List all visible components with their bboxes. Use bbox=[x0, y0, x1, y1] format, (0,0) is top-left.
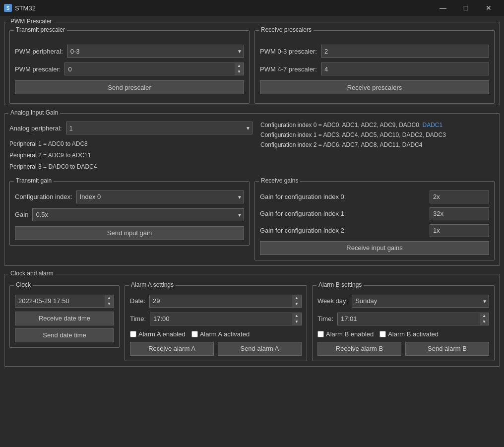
alarm-b-time-btns: ▲ ▼ bbox=[480, 313, 489, 325]
gain1-label: Gain for configuration index 1: bbox=[260, 210, 430, 217]
receive-alarm-b-button[interactable]: Receive alarm B bbox=[317, 342, 401, 356]
analog-peripheral-select[interactable]: 1 2 3 bbox=[66, 122, 252, 134]
pwm47-label: PWM 4-7 prescaler: bbox=[260, 65, 317, 73]
config-info-1: Configuration index 1 = ADC3, ADC4, ADC5… bbox=[260, 131, 495, 138]
clock-alarm-inner: Clock ▲ ▼ Receive date time Send date ti… bbox=[9, 278, 495, 361]
maximize-button[interactable]: □ bbox=[454, 0, 477, 16]
alarm-a-activated-label[interactable]: Alarm A activated bbox=[191, 330, 250, 338]
gain0-value[interactable] bbox=[430, 191, 489, 203]
pwm-peripheral-select[interactable]: 0-3 4-7 bbox=[67, 45, 244, 58]
pwm03-label: PWM 0-3 prescaler: bbox=[260, 48, 317, 55]
clock-group: Clock ▲ ▼ Receive date time Send date ti… bbox=[9, 285, 120, 348]
alarm-a-time-label: Time: bbox=[130, 315, 146, 322]
transmit-prescaler-section: Transmit prescaler PWM peripheral: 0-3 4… bbox=[9, 26, 250, 100]
alarm-a-date-spinner: ▲ ▼ bbox=[149, 295, 302, 308]
alarm-a-btn-row: Receive alarm A Send alarm A bbox=[130, 342, 302, 356]
alarm-a-date-down[interactable]: ▼ bbox=[292, 301, 301, 307]
alarm-a-date-up[interactable]: ▲ bbox=[292, 295, 301, 301]
config0-highlight: DADC1 bbox=[423, 122, 443, 128]
send-datetime-button[interactable]: Send date time bbox=[15, 328, 114, 342]
alarm-b-activated-label[interactable]: Alarm B activated bbox=[379, 330, 439, 338]
alarm-b-time-spinner: ▲ ▼ bbox=[337, 313, 489, 325]
alarm-b-btn-row: Receive alarm B Send alarm B bbox=[317, 342, 489, 356]
alarm-a-time-input[interactable] bbox=[150, 313, 292, 325]
alarm-b-time-down[interactable]: ▼ bbox=[480, 319, 489, 325]
send-input-gain-button[interactable]: Send input gain bbox=[15, 226, 244, 240]
transmit-gain-label: Transmit gain bbox=[14, 177, 54, 184]
send-alarm-a-button[interactable]: Send alarm A bbox=[218, 342, 302, 356]
alarm-b-time-row: Time: ▲ ▼ bbox=[317, 313, 489, 325]
alarm-a-date-input[interactable] bbox=[149, 295, 292, 308]
datetime-spinner: ▲ ▼ bbox=[15, 295, 114, 308]
alarm-b-weekday-label: Week day: bbox=[317, 297, 348, 305]
title-bar: S STM32 — □ ✕ bbox=[0, 0, 504, 16]
peripheral-info-2: Peripheral 2 = ADC9 to ADC11 bbox=[9, 151, 252, 160]
alarm-a-time-down[interactable]: ▼ bbox=[292, 319, 301, 325]
pwm-prescaler-label-text: PWM prescaler: bbox=[15, 65, 61, 73]
alarm-a-enabled-checkbox[interactable] bbox=[130, 331, 136, 337]
pwm-prescaler-group: PWM Prescaler Transmit prescaler PWM per… bbox=[4, 22, 500, 105]
datetime-up[interactable]: ▲ bbox=[105, 295, 114, 301]
alarm-a-time-btns: ▲ ▼ bbox=[292, 313, 302, 325]
receive-alarm-a-button[interactable]: Receive alarm A bbox=[130, 342, 214, 356]
minimize-button[interactable]: — bbox=[432, 0, 454, 16]
config-index-select[interactable]: Index 0 Index 1 Index 2 bbox=[76, 191, 244, 203]
clock-group-label: Clock bbox=[14, 281, 33, 288]
alarm-b-activated-checkbox[interactable] bbox=[379, 331, 386, 337]
receive-prescalers-label: Receive prescalers bbox=[259, 26, 314, 33]
alarm-b-time-up[interactable]: ▲ bbox=[480, 313, 489, 319]
pwm-peripheral-dropdown-wrapper: 0-3 4-7 ▼ bbox=[67, 45, 244, 58]
pwm03-input[interactable] bbox=[321, 45, 489, 58]
gain-dropdown-wrapper: 0.5x 1x 2x 4x 8x 16x 32x ▼ bbox=[32, 208, 244, 221]
transmit-gain-section: Transmit gain Configuration index: Index… bbox=[9, 177, 250, 260]
alarm-a-time-spinner: ▲ ▼ bbox=[150, 313, 302, 325]
pwm03-row: PWM 0-3 prescaler: bbox=[260, 45, 489, 58]
pwm-prescaler-input[interactable] bbox=[64, 63, 235, 75]
gain-label: Gain bbox=[15, 211, 28, 218]
alarm-a-enabled-label[interactable]: Alarm A enabled bbox=[130, 330, 186, 338]
gain2-row: Gain for configuration index 2: bbox=[260, 224, 489, 237]
alarm-b-group: Alarm B settings Week day: Monday Tuesda… bbox=[312, 285, 495, 361]
gain0-row: Gain for configuration index 0: bbox=[260, 191, 489, 203]
alarm-b-enabled-checkbox[interactable] bbox=[317, 331, 324, 337]
analog-input-gain-label: Analog Input Gain bbox=[8, 109, 60, 116]
alarm-b-weekday-wrapper: Monday Tuesday Wednesday Thursday Friday… bbox=[352, 295, 489, 308]
pwm-prescaler-down[interactable]: ▼ bbox=[235, 69, 244, 75]
config-index-label: Configuration index: bbox=[15, 193, 72, 200]
alarm-b-label: Alarm B settings bbox=[316, 281, 364, 288]
pwm-prescaler-label: PWM Prescaler bbox=[8, 18, 54, 25]
alarm-b-time-input[interactable] bbox=[337, 313, 480, 325]
alarm-a-section: Alarm A settings Date: ▲ ▼ Ti bbox=[125, 281, 307, 361]
close-button[interactable]: ✕ bbox=[477, 0, 500, 16]
clock-alarm-label: Clock and alarm bbox=[8, 270, 56, 277]
gain-select[interactable]: 0.5x 1x 2x 4x 8x 16x 32x bbox=[32, 208, 244, 221]
datetime-down[interactable]: ▼ bbox=[105, 301, 114, 307]
receive-prescalers-button[interactable]: Receive prescalers bbox=[260, 80, 489, 94]
alarm-a-activated-checkbox[interactable] bbox=[191, 331, 198, 337]
pwm-section: Transmit prescaler PWM peripheral: 0-3 4… bbox=[9, 26, 495, 100]
receive-prescalers-group: Receive prescalers PWM 0-3 prescaler: PW… bbox=[254, 30, 495, 104]
alarm-a-time-up[interactable]: ▲ bbox=[292, 313, 301, 319]
receive-input-gains-button[interactable]: Receive input gains bbox=[260, 241, 489, 255]
pwm-prescaler-up[interactable]: ▲ bbox=[235, 63, 244, 69]
alarm-b-enabled-label[interactable]: Alarm B enabled bbox=[317, 330, 374, 338]
send-prescaler-button[interactable]: Send prescaler bbox=[15, 80, 244, 94]
pwm-prescaler-row: PWM prescaler: ▲ ▼ bbox=[15, 63, 244, 75]
pwm47-input[interactable] bbox=[321, 63, 489, 75]
send-alarm-b-button[interactable]: Send alarm B bbox=[405, 342, 489, 356]
datetime-input[interactable] bbox=[15, 295, 105, 308]
title-bar-buttons: — □ ✕ bbox=[432, 0, 500, 16]
alarm-b-weekday-select[interactable]: Monday Tuesday Wednesday Thursday Friday… bbox=[352, 295, 489, 308]
gain2-value[interactable] bbox=[430, 224, 489, 237]
alarm-a-label: Alarm A settings bbox=[129, 281, 176, 288]
gain-subsections: Transmit gain Configuration index: Index… bbox=[9, 177, 495, 260]
gain0-label: Gain for configuration index 0: bbox=[260, 193, 430, 200]
alarm-b-time-label: Time: bbox=[317, 315, 333, 322]
gain1-value[interactable] bbox=[430, 207, 489, 220]
alarm-a-date-btns: ▲ ▼ bbox=[292, 295, 302, 308]
receive-gains-label: Receive gains bbox=[259, 177, 300, 184]
receive-datetime-button[interactable]: Receive date time bbox=[15, 312, 114, 325]
pwm-prescaler-spinner: ▲ ▼ bbox=[64, 63, 244, 75]
transmit-prescaler-group: Transmit prescaler PWM peripheral: 0-3 4… bbox=[9, 30, 250, 104]
transmit-prescaler-label: Transmit prescaler bbox=[14, 26, 67, 33]
